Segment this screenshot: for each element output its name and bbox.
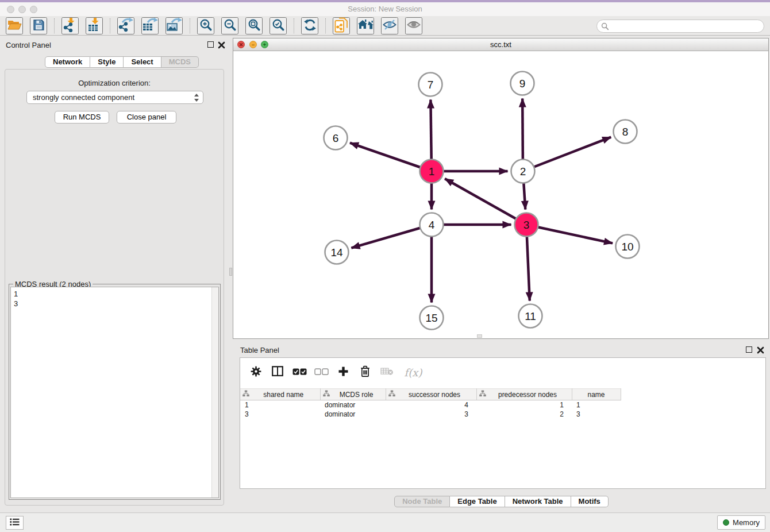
tab-node-table[interactable]: Node Table (394, 496, 450, 507)
graph-node-9[interactable]: 9 (511, 72, 534, 95)
window-title: Session: New Session (0, 5, 770, 13)
zoom-out-button[interactable] (221, 17, 238, 34)
graph-node-4[interactable]: 4 (420, 213, 444, 237)
column-header[interactable]: MCDS role (320, 389, 386, 400)
export-image-icon (166, 17, 182, 34)
node-table-container: f(x) shared nameMCDS rolesuccessor nodes… (240, 357, 766, 489)
svg-text:3: 3 (523, 219, 530, 231)
refresh-button[interactable] (301, 17, 318, 34)
clone-network-button[interactable] (333, 17, 350, 34)
vertical-splitter[interactable] (229, 36, 233, 512)
plus-icon (338, 366, 349, 379)
export-table-button[interactable] (141, 17, 159, 34)
search-field (596, 20, 764, 33)
svg-text:8: 8 (622, 126, 629, 138)
graph-edge-4-14[interactable] (351, 225, 432, 248)
splitter-handle[interactable] (229, 268, 232, 276)
table-cell: 1 (572, 400, 621, 410)
network-canvas[interactable]: 1234678910111415 (233, 51, 768, 338)
function-builder-button[interactable]: f(x) (401, 365, 425, 380)
column-header[interactable]: successor nodes (386, 389, 476, 400)
graph-node-2[interactable]: 2 (511, 160, 535, 183)
tab-edge-table[interactable]: Edge Table (450, 496, 505, 507)
graph-node-6[interactable]: 6 (324, 126, 348, 150)
table-panel: Table Panel (233, 343, 770, 512)
graph-edge-2-8[interactable] (523, 137, 611, 171)
float-table-panel-icon[interactable] (746, 346, 752, 353)
column-label: name (575, 391, 618, 399)
graph-edge-3-1[interactable] (445, 179, 526, 225)
dropdown-stepper-icon (194, 93, 199, 102)
import-network-icon (63, 17, 78, 34)
delete-column-button[interactable] (357, 365, 372, 380)
zoom-out-icon (224, 18, 237, 33)
show-all-button[interactable] (405, 17, 422, 34)
graph-node-11[interactable]: 11 (519, 304, 542, 328)
column-header[interactable]: predecessor nodes (476, 389, 572, 400)
add-column-button[interactable] (336, 365, 351, 380)
tab-motifs[interactable]: Motifs (571, 496, 609, 507)
gear-icon (251, 366, 261, 379)
export-image-button[interactable] (165, 17, 183, 34)
graph-edge-1-6[interactable] (350, 143, 432, 171)
network-window-titlebar[interactable]: ✕ − + scc.txt (233, 38, 768, 51)
search-input[interactable] (609, 21, 764, 32)
table-settings-button[interactable] (248, 365, 263, 380)
mcds-result-scrollbar[interactable] (211, 287, 218, 498)
select-all-button[interactable] (292, 365, 307, 380)
close-table-panel-icon[interactable] (757, 346, 764, 356)
hide-selected-button[interactable] (381, 17, 398, 34)
frame-resize-handle[interactable] (477, 334, 482, 338)
import-table-button[interactable] (86, 17, 103, 34)
table-toolbar: f(x) (240, 358, 765, 387)
save-session-button[interactable] (30, 17, 47, 34)
import-network-button[interactable] (61, 17, 79, 34)
zoom-in-icon (199, 18, 213, 33)
import-table-icon (87, 17, 102, 34)
titlebar: Session: New Session (0, 2, 770, 16)
eye-slash-icon (382, 19, 397, 32)
graph-node-10[interactable]: 10 (616, 235, 640, 259)
graph-node-14[interactable]: 14 (325, 241, 349, 264)
table-row[interactable]: 3dominator323 (240, 410, 621, 419)
column-header[interactable]: shared name (240, 389, 320, 400)
split-view-button[interactable] (270, 365, 285, 380)
task-history-button[interactable] (6, 516, 24, 530)
table-cell: 3 (572, 410, 621, 419)
graph-edge-3-10[interactable] (526, 225, 613, 243)
close-panel-button[interactable]: Close panel (117, 111, 176, 124)
svg-text:7: 7 (428, 79, 434, 91)
deselect-all-button[interactable] (314, 365, 329, 380)
memory-button[interactable]: Memory (717, 515, 765, 530)
delete-table-button[interactable] (379, 365, 394, 380)
mcds-result-area[interactable]: 13 (10, 287, 219, 498)
home-view-button[interactable] (357, 17, 374, 34)
open-session-button[interactable] (6, 17, 23, 34)
graph-node-3[interactable]: 3 (515, 213, 538, 237)
close-panel-icon[interactable] (218, 41, 225, 51)
graph-node-8[interactable]: 8 (614, 120, 637, 144)
export-network-button[interactable] (117, 17, 134, 34)
graph-node-7[interactable]: 7 (419, 73, 442, 97)
float-panel-icon[interactable] (207, 41, 214, 48)
tab-style[interactable]: Style (90, 56, 124, 68)
tab-mcds[interactable]: MCDS (161, 56, 199, 68)
tab-select[interactable]: Select (124, 56, 161, 68)
network-window: ✕ − + scc.txt 1234678910111415 (233, 38, 769, 339)
table-cell: 1 (240, 400, 320, 410)
unchecked-boxes-icon (314, 367, 329, 377)
optimization-criterion-select[interactable]: strongly connected component (26, 91, 203, 104)
split-pane-icon (272, 366, 283, 379)
zoom-fit-button[interactable] (245, 17, 263, 34)
graph-node-1[interactable]: 1 (420, 160, 444, 183)
zoom-in-button[interactable] (197, 17, 214, 34)
tab-network-table[interactable]: Network Table (505, 496, 571, 507)
table-row[interactable]: 1dominator411 (240, 400, 621, 410)
svg-text:9: 9 (519, 78, 526, 90)
run-mcds-button[interactable]: Run MCDS (55, 111, 109, 124)
column-header[interactable]: name (572, 389, 621, 400)
column-type-icon (388, 390, 395, 399)
zoom-selected-button[interactable] (270, 17, 287, 34)
graph-node-15[interactable]: 15 (420, 306, 444, 330)
tab-network[interactable]: Network (45, 56, 90, 68)
